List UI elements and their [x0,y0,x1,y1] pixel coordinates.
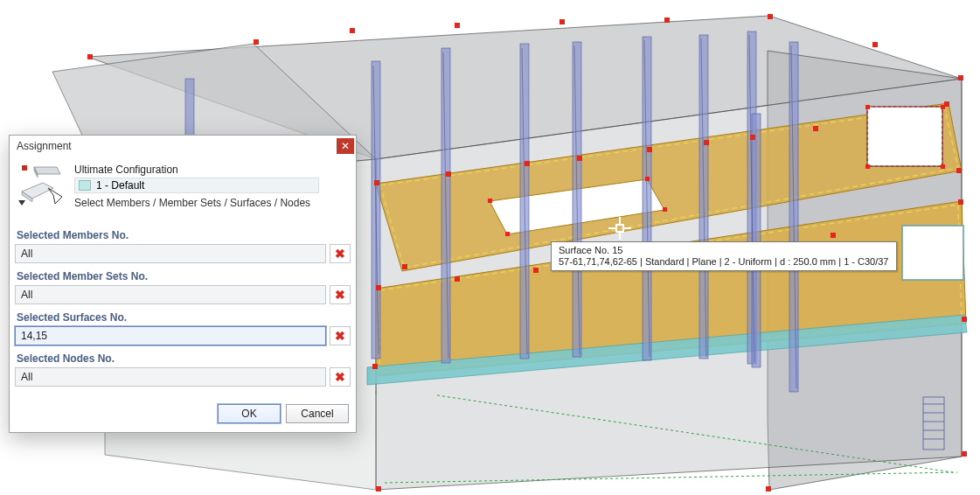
config-swatch-icon [79,180,91,191]
hover-tooltip: Surface No. 15 57-61,71,74,62-65 | Stand… [551,241,897,271]
svg-marker-83 [18,200,25,206]
close-icon[interactable]: ✕ [337,138,354,154]
svg-rect-39 [958,75,963,80]
svg-rect-53 [533,268,539,273]
dialog-buttons: OK Cancel [10,395,356,432]
svg-rect-65 [645,177,650,181]
dialog-titlebar[interactable]: Assignment ✕ [10,136,356,157]
svg-rect-63 [376,486,381,492]
svg-rect-59 [962,317,967,322]
svg-rect-66 [663,207,667,212]
svg-rect-46 [750,135,755,140]
nodes-input[interactable] [15,367,326,387]
surfaces-label: Selected Surfaces No. [17,311,351,324]
svg-rect-52 [455,276,460,282]
svg-rect-62 [766,486,771,492]
svg-marker-78 [34,167,60,174]
members-clear-button[interactable]: ✖ [330,244,351,263]
svg-rect-45 [704,140,709,145]
clear-icon: ✖ [335,288,345,302]
svg-rect-33 [350,28,355,33]
tooltip-line1: Surface No. 15 [559,245,889,255]
cancel-button[interactable]: Cancel [286,404,349,423]
section-nodes: Selected Nodes No. ✖ [15,352,351,387]
svg-rect-49 [402,264,407,269]
svg-rect-36 [664,17,670,23]
svg-rect-43 [577,156,582,161]
svg-rect-47 [813,126,818,131]
svg-rect-77 [22,165,27,171]
assignment-dialog: Assignment ✕ Ultimate Configuration [9,135,357,433]
select-hint: Select Members / Member Sets / Surfaces … [74,197,349,209]
svg-rect-42 [525,161,530,166]
config-heading: Ultimate Configuration [74,164,349,176]
membersets-input[interactable] [15,285,326,304]
svg-rect-67 [505,232,510,236]
nodes-clear-button[interactable]: ✖ [330,367,351,387]
section-members: Selected Members No. ✖ [15,229,351,263]
svg-rect-35 [560,19,565,24]
membersets-clear-button[interactable]: ✖ [330,285,351,304]
svg-rect-20 [902,226,963,280]
ok-button[interactable]: OK [218,404,281,423]
config-icon [17,162,66,206]
section-member-sets: Selected Member Sets No. ✖ [15,270,351,304]
svg-rect-38 [872,42,878,47]
svg-rect-34 [455,23,460,28]
members-label: Selected Members No. [17,229,351,241]
svg-rect-71 [941,164,945,169]
clear-icon: ✖ [335,247,345,261]
svg-rect-68 [865,105,870,109]
section-surfaces: Selected Surfaces No. ✖ [15,311,351,345]
dialog-header: Ultimate Configuration 1 - Default Selec… [10,157,356,219]
svg-rect-60 [372,364,378,369]
membersets-label: Selected Member Sets No. [17,270,351,282]
svg-rect-70 [865,164,870,169]
svg-rect-58 [958,199,963,205]
config-default-label: 1 - Default [96,179,144,192]
surfaces-clear-button[interactable]: ✖ [330,326,351,345]
svg-rect-9 [752,114,761,367]
tooltip-line2: 57-61,71,74,62-65 | Standard | Plane | 2… [559,256,889,267]
svg-marker-82 [48,188,62,204]
svg-rect-51 [376,285,381,290]
surfaces-input[interactable] [15,326,326,345]
clear-icon: ✖ [335,370,345,384]
svg-rect-44 [647,147,652,152]
svg-rect-69 [941,105,945,109]
svg-rect-64 [488,199,492,203]
svg-rect-31 [87,54,93,59]
svg-rect-37 [768,14,773,19]
svg-rect-41 [446,171,451,177]
svg-rect-18 [867,107,942,166]
svg-rect-50 [956,168,962,173]
config-default-row[interactable]: 1 - Default [74,178,319,193]
svg-rect-61 [962,451,967,457]
clear-icon: ✖ [335,329,345,343]
svg-rect-57 [831,233,836,238]
app-canvas: Surface No. 15 57-61,71,74,62-65 | Stand… [0,0,980,495]
nodes-label: Selected Nodes No. [17,352,351,365]
svg-rect-40 [374,180,379,185]
svg-rect-32 [254,39,259,45]
members-input[interactable] [15,244,326,263]
dialog-title: Assignment [17,140,337,152]
